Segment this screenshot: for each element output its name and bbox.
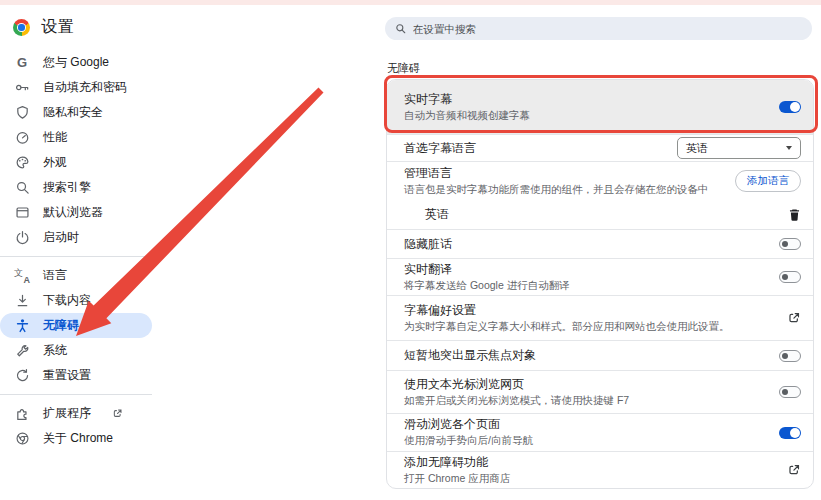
speedometer-icon — [14, 130, 30, 146]
sidebar-item-extensions[interactable]: 扩展程序 — [0, 401, 152, 426]
sidebar-item-performance[interactable]: 性能 — [0, 125, 152, 150]
translate-icon — [14, 268, 30, 284]
sidebar-item-default-browser[interactable]: 默认浏览器 — [0, 200, 152, 225]
row-caption-preferences[interactable]: 字幕偏好设置 为实时字幕自定义字幕大小和样式。部分应用和网站也会使用此设置。 — [387, 295, 813, 340]
chevron-down-icon — [786, 146, 792, 150]
sidebar-divider — [0, 256, 152, 257]
row-language-english: 英语 — [387, 200, 813, 229]
row-desc: 将字幕发送给 Google 进行自动翻译 — [404, 279, 779, 293]
row-title: 短暂地突出显示焦点对象 — [404, 348, 779, 363]
search-icon — [14, 180, 30, 196]
row-desc: 打开 Chrome 应用商店 — [404, 472, 787, 486]
focus-highlight-toggle[interactable] — [779, 350, 801, 362]
delete-language-button[interactable] — [788, 208, 801, 222]
add-language-button[interactable]: 添加语言 — [735, 170, 801, 192]
sidebar-item-system[interactable]: 系统 — [0, 338, 152, 363]
row-title: 管理语言 — [404, 166, 735, 181]
sidebar-item-appearance[interactable]: 外观 — [0, 150, 152, 175]
row-title: 使用文本光标浏览网页 — [404, 377, 779, 392]
sidebar-item-reset-settings[interactable]: 重置设置 — [0, 363, 152, 388]
wrench-icon — [14, 343, 30, 359]
row-manage-languages: 管理语言 语言包是实时字幕功能所需使用的组件，并且会存储在您的设备中 添加语言 — [387, 161, 813, 200]
row-add-accessibility-features[interactable]: 添加无障碍功能 打开 Chrome 应用商店 — [387, 451, 813, 488]
row-title: 实时字幕 — [404, 92, 779, 107]
row-focus-highlight: 短暂地突出显示焦点对象 — [387, 340, 813, 370]
sidebar-item-autofill-passwords[interactable]: 自动填充和密码 — [0, 75, 152, 100]
row-desc: 语言包是实时字幕功能所需使用的组件，并且会存储在您的设备中 — [404, 183, 735, 197]
reset-icon — [14, 368, 30, 384]
sidebar-nav: G 您与 Google 自动填充和密码 隐私和安全 性能 外观 — [0, 50, 152, 451]
row-title: 隐藏脏话 — [404, 237, 779, 252]
google-g-icon: G — [14, 55, 30, 71]
external-link-icon — [112, 408, 123, 419]
search-icon — [395, 23, 406, 34]
row-title: 字幕偏好设置 — [404, 303, 787, 318]
row-title: 首选字幕语言 — [404, 141, 677, 156]
sidebar-item-you-and-google[interactable]: G 您与 Google — [0, 50, 152, 75]
swipe-navigation-toggle[interactable] — [779, 427, 801, 439]
caption-language-select[interactable]: 英语 — [677, 137, 801, 159]
row-desc: 使用滑动手势向后/向前导航 — [404, 434, 779, 448]
select-value: 英语 — [686, 141, 708, 156]
page-title: 设置 — [41, 17, 75, 38]
sidebar-item-languages[interactable]: 语言 — [0, 263, 152, 288]
search-input[interactable] — [413, 23, 802, 35]
accessibility-icon — [14, 318, 30, 334]
row-live-caption: 实时字幕 自动为音频和视频创建字幕 — [387, 80, 813, 134]
accessibility-settings-card: 实时字幕 自动为音频和视频创建字幕 首选字幕语言 英语 管理语言 语言包是实时字… — [386, 79, 814, 489]
hide-profanity-toggle[interactable] — [779, 238, 801, 250]
row-caret-browsing: 使用文本光标浏览网页 如需开启或关闭光标浏览模式，请使用快捷键 F7 — [387, 370, 813, 413]
row-desc: 为实时字幕自定义字幕大小和样式。部分应用和网站也会使用此设置。 — [404, 320, 787, 334]
key-icon — [14, 80, 30, 96]
external-link-icon[interactable] — [787, 463, 801, 477]
sidebar-item-search-engine[interactable]: 搜索引擎 — [0, 175, 152, 200]
sidebar-item-accessibility[interactable]: 无障碍 — [0, 313, 152, 338]
row-desc: 自动为音频和视频创建字幕 — [404, 109, 779, 123]
extensions-icon — [14, 406, 30, 422]
sidebar-item-on-startup[interactable]: 启动时 — [0, 225, 152, 250]
sidebar-item-about-chrome[interactable]: 关于 Chrome — [0, 426, 152, 451]
chrome-logo-icon — [13, 19, 30, 36]
sidebar-item-downloads[interactable]: 下载内容 — [0, 288, 152, 313]
power-icon — [14, 230, 30, 246]
row-live-translate: 实时翻译 将字幕发送给 Google 进行自动翻译 — [387, 258, 813, 295]
row-preferred-caption-language: 首选字幕语言 英语 — [387, 134, 813, 161]
row-title: 添加无障碍功能 — [404, 455, 787, 470]
row-hide-profanity: 隐藏脏话 — [387, 229, 813, 258]
settings-search-bar[interactable] — [385, 17, 812, 40]
settings-sidebar: 设置 G 您与 Google 自动填充和密码 隐私和安全 性能 — [0, 5, 370, 451]
palette-icon — [14, 155, 30, 171]
chrome-outline-icon — [14, 431, 30, 447]
caret-browsing-toggle[interactable] — [779, 386, 801, 398]
row-swipe-navigation: 滑动浏览各个页面 使用滑动手势向后/向前导航 — [387, 413, 813, 451]
row-title: 实时翻译 — [404, 262, 779, 277]
shield-icon — [14, 105, 30, 121]
live-caption-toggle[interactable] — [779, 101, 801, 113]
language-item-label: 英语 — [425, 207, 788, 222]
sidebar-item-privacy-security[interactable]: 隐私和安全 — [0, 100, 152, 125]
section-title: 无障碍 — [387, 61, 420, 76]
external-link-icon[interactable] — [787, 311, 801, 325]
sidebar-header: 设置 — [0, 5, 370, 46]
row-title: 滑动浏览各个页面 — [404, 417, 779, 432]
download-icon — [14, 293, 30, 309]
row-desc: 如需开启或关闭光标浏览模式，请使用快捷键 F7 — [404, 394, 779, 408]
live-translate-toggle[interactable] — [779, 271, 801, 283]
browser-window-icon — [14, 205, 30, 221]
sidebar-divider — [0, 394, 152, 395]
